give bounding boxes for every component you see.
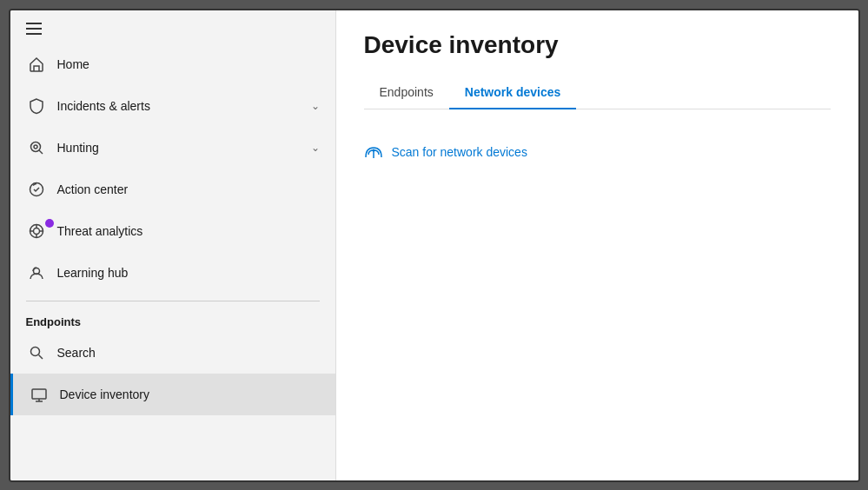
svg-line-2 xyxy=(39,150,43,154)
sidebar-item-device-inventory[interactable]: Device inventory xyxy=(10,374,335,415)
svg-line-12 xyxy=(38,354,43,359)
tab-network-devices[interactable]: Network devices xyxy=(449,76,577,109)
sidebar-item-search[interactable]: Search xyxy=(10,332,335,374)
tab-endpoints[interactable]: Endpoints xyxy=(364,76,449,109)
threat-analytics-icon xyxy=(26,221,47,242)
sidebar-item-search-label: Search xyxy=(57,346,320,360)
hamburger-icon xyxy=(26,23,42,35)
svg-point-17 xyxy=(372,149,374,151)
sidebar: Home Incidents & alerts ⌄ Hunting ⌄ xyxy=(10,10,336,480)
sidebar-item-incidents[interactable]: Incidents & alerts ⌄ xyxy=(10,85,335,127)
home-icon xyxy=(26,54,47,75)
threat-badge xyxy=(45,219,54,228)
chevron-down-icon: ⌄ xyxy=(311,100,320,112)
sidebar-item-learning-label: Learning hub xyxy=(57,266,320,280)
svg-rect-13 xyxy=(32,389,46,399)
svg-point-11 xyxy=(30,347,39,355)
svg-point-5 xyxy=(33,228,39,234)
action-center-icon xyxy=(26,179,47,200)
sidebar-item-action-center[interactable]: Action center xyxy=(10,169,335,210)
sidebar-item-threat-label: Threat analytics xyxy=(57,224,320,238)
sidebar-item-hunting-label: Hunting xyxy=(57,141,311,155)
page-title: Device inventory xyxy=(364,31,831,59)
sidebar-item-home[interactable]: Home xyxy=(10,43,335,85)
scan-action-label[interactable]: Scan for network devices xyxy=(392,145,527,159)
sidebar-item-action-center-label: Action center xyxy=(57,182,320,196)
scan-action-row: Scan for network devices xyxy=(364,130,831,175)
shield-icon xyxy=(26,96,47,116)
chevron-down-icon2: ⌄ xyxy=(311,142,320,154)
sidebar-item-home-label: Home xyxy=(57,57,320,71)
sidebar-section-endpoints: Endpoints xyxy=(10,308,335,332)
device-inventory-icon xyxy=(29,384,50,405)
sidebar-divider xyxy=(26,301,320,301)
main-content: Device inventory Endpoints Network devic… xyxy=(336,10,858,480)
hunting-icon xyxy=(26,137,47,158)
tabs-bar: Endpoints Network devices xyxy=(364,76,831,109)
svg-point-0 xyxy=(30,142,40,151)
sidebar-item-device-inventory-label: Device inventory xyxy=(60,387,320,401)
search-icon xyxy=(26,342,47,363)
sidebar-item-threat-analytics[interactable]: Threat analytics xyxy=(10,210,335,252)
svg-point-1 xyxy=(34,145,37,149)
app-window: Home Incidents & alerts ⌄ Hunting ⌄ xyxy=(9,9,860,482)
sidebar-item-incidents-label: Incidents & alerts xyxy=(57,99,311,113)
sidebar-item-learning-hub[interactable]: Learning hub xyxy=(10,252,335,294)
sidebar-item-hunting[interactable]: Hunting ⌄ xyxy=(10,127,335,169)
hamburger-button[interactable] xyxy=(10,10,335,43)
learning-hub-icon xyxy=(26,262,47,283)
network-scan-icon xyxy=(364,141,383,164)
